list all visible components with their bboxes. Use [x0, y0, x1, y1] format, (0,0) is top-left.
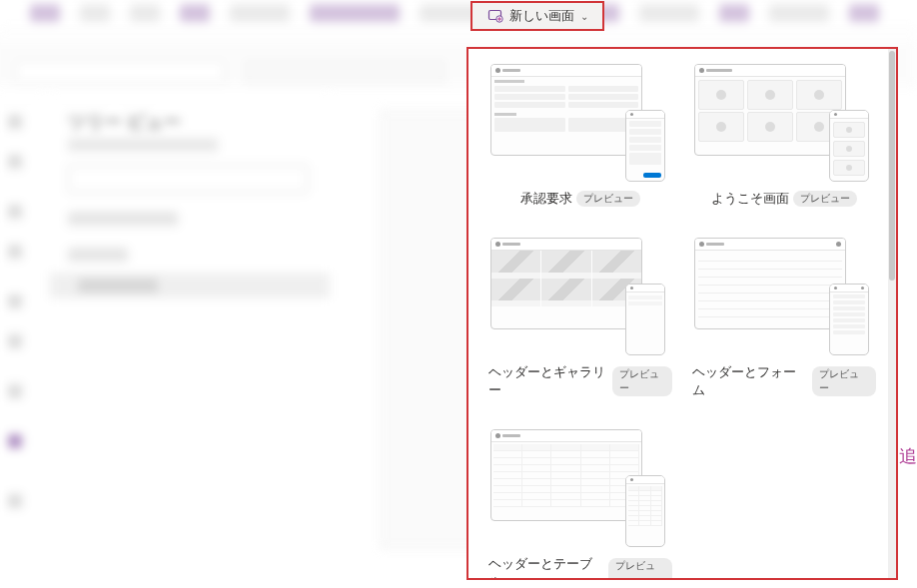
template-approval[interactable]: 承認要求 プレビュー — [488, 64, 672, 208]
template-welcome[interactable]: ようこそ画面 プレビュー — [692, 64, 876, 208]
preview-badge: プレビュー — [608, 558, 672, 580]
template-label: ヘッダーとギャラリー — [488, 363, 608, 399]
new-screen-button[interactable]: 新しい画面 ⌄ — [470, 1, 604, 31]
template-label: ヘッダーとテーブル — [488, 555, 604, 580]
side-text: 追 — [899, 444, 917, 468]
preview-badge: プレビュー — [793, 191, 857, 207]
template-thumb — [490, 238, 670, 355]
chevron-down-icon: ⌄ — [580, 11, 588, 22]
scrollbar-thumb[interactable] — [889, 51, 895, 281]
new-screen-dropdown: 承認要求 プレビュー — [466, 47, 898, 580]
template-label: ヘッダーとフォーム — [692, 363, 808, 399]
template-thumb — [694, 64, 874, 182]
preview-badge: プレビュー — [812, 366, 876, 396]
template-header-form[interactable]: ヘッダーとフォーム プレビュー — [692, 238, 876, 399]
template-thumb — [490, 64, 670, 182]
new-screen-icon — [487, 8, 503, 24]
tree-view-title: ツリー ビュー — [68, 110, 181, 134]
preview-badge: プレビュー — [576, 191, 640, 207]
template-thumb — [694, 238, 874, 355]
template-label: ようこそ画面 — [711, 190, 789, 208]
template-header-table[interactable]: ヘッダーとテーブル プレビュー — [488, 429, 672, 580]
preview-badge: プレビュー — [612, 366, 672, 396]
new-screen-label: 新しい画面 — [509, 7, 574, 25]
template-label: 承認要求 — [520, 190, 572, 208]
scrollbar-track[interactable] — [888, 49, 896, 578]
template-thumb — [490, 429, 670, 547]
template-header-gallery[interactable]: ヘッダーとギャラリー プレビュー — [488, 238, 672, 399]
